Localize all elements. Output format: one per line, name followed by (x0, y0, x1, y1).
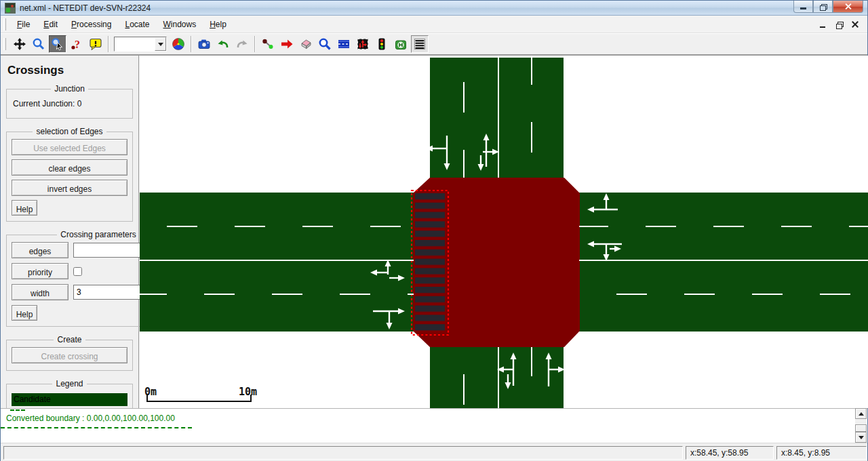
scroll-up-icon (859, 412, 864, 416)
zoom-cursor-icon (51, 37, 64, 51)
zoom-cursor-toggle-button[interactable] (49, 35, 66, 53)
camera-icon (197, 37, 211, 51)
svg-text:?: ? (75, 39, 80, 50)
message-window-button[interactable] (87, 35, 104, 53)
screenshot-button[interactable] (195, 35, 213, 53)
titlebar: net.xml - NETEDIT dev-SVN-r22324 (1, 1, 867, 16)
recenter-view-icon (13, 37, 26, 51)
additional-mode-button[interactable] (392, 35, 410, 53)
app-icon (5, 3, 16, 14)
crossing-zebra[interactable] (415, 193, 445, 333)
current-junction-label: Current Junction: 0 (13, 99, 127, 108)
clear-edges-button[interactable]: clear edges (12, 159, 127, 176)
scale-start-label: 0m (144, 386, 157, 398)
mdi-restore-button[interactable] (832, 18, 846, 31)
statusbar-net-coordinates: x:8.45, y:8.95 (776, 446, 867, 460)
menubar: File Edit Processing Locate Windows Help (1, 16, 867, 33)
create-edge-mode-button[interactable] (259, 35, 277, 53)
toolbar: ? (1, 33, 867, 55)
close-button[interactable] (833, 1, 863, 13)
scroll-thumb[interactable] (855, 424, 867, 432)
minimize-icon (800, 7, 806, 9)
scroll-up-button[interactable] (855, 408, 867, 419)
whats-this-help-button[interactable]: ? (68, 35, 85, 53)
statusbar-geo-coordinates: x:58.45, y:58.95 (686, 446, 774, 460)
width-attribute-button[interactable]: width (12, 284, 68, 300)
traffic-light-icon (375, 37, 389, 51)
north-road[interactable] (430, 58, 564, 178)
color-wheel-icon (172, 37, 185, 51)
combobox-dropdown-button[interactable] (155, 37, 166, 51)
recenter-view-button[interactable] (11, 35, 28, 53)
priority-checkbox[interactable] (73, 267, 82, 276)
question-mark-icon: ? (70, 37, 83, 51)
priority-attribute-button[interactable]: priority (12, 263, 68, 279)
window-title: net.xml - NETEDIT dev-SVN-r22324 (20, 3, 151, 13)
legend-candidate-swatch: Candidate (12, 393, 127, 406)
log-separator (1, 427, 192, 428)
menu-help[interactable]: Help (203, 17, 233, 32)
traffic-light-mode-button[interactable] (373, 35, 391, 53)
menu-file[interactable]: File (10, 17, 37, 32)
use-selected-edges-button[interactable]: Use selected Edges (12, 139, 127, 155)
restore-icon (820, 4, 826, 9)
color-scheme-button[interactable] (170, 35, 187, 53)
undo-arrow-icon (216, 37, 230, 51)
south-road[interactable] (430, 346, 564, 408)
create-edge-icon (261, 37, 275, 51)
toolbar-separator (254, 36, 256, 52)
connect-mode-button[interactable] (354, 35, 372, 53)
create-crossing-button[interactable]: Create crossing (12, 347, 127, 363)
minimize-button[interactable] (793, 1, 813, 13)
east-road[interactable] (579, 193, 868, 332)
network-scene: 0m 10m (140, 56, 868, 408)
create-group: Create Create crossing (6, 335, 133, 371)
zoom-button[interactable] (30, 35, 47, 53)
delete-mode-button[interactable] (297, 35, 315, 53)
redo-button[interactable] (233, 35, 251, 53)
parameters-help-button[interactable]: Help (12, 305, 37, 321)
scale-end-label: 10m (239, 386, 257, 398)
log-message: Converted boundary : 0.00,0.00,100.00,10… (1, 414, 867, 423)
log-separator-fragment (10, 409, 25, 411)
crossing-mode-button[interactable] (411, 35, 429, 53)
application-window: net.xml - NETEDIT dev-SVN-r22324 File Ed… (0, 0, 868, 461)
chevron-down-icon (158, 43, 163, 46)
create-group-title: Create (54, 335, 85, 344)
select-mode-button[interactable] (335, 35, 353, 53)
invert-edges-button[interactable]: invert edges (12, 180, 127, 196)
close-icon (844, 3, 852, 10)
junction-group: Junction Current Junction: 0 (6, 84, 133, 119)
view-preset-combobox[interactable] (114, 37, 167, 52)
inspect-mode-button[interactable] (316, 35, 334, 53)
mdi-restore-icon (836, 22, 842, 28)
log-scrollbar[interactable] (855, 408, 867, 443)
crossings-panel: Crossings Junction Current Junction: 0 s… (1, 56, 139, 408)
scroll-down-button[interactable] (855, 432, 867, 443)
move-arrow-icon (280, 37, 294, 51)
menu-processing[interactable]: Processing (64, 17, 118, 32)
undo-button[interactable] (214, 35, 232, 53)
message-bubble-icon (89, 37, 102, 51)
select-lanes-icon (337, 37, 351, 51)
legend-group-title: Legend (52, 379, 86, 388)
scale-bar: 0m 10m (144, 386, 257, 401)
edges-help-button[interactable]: Help (12, 200, 37, 216)
menu-locate[interactable]: Locate (118, 17, 156, 32)
edges-attribute-button[interactable]: edges (12, 242, 68, 258)
move-mode-button[interactable] (278, 35, 296, 53)
menubar-grip[interactable] (3, 18, 6, 31)
statusbar: x:58.45, y:58.95 x:8.45, y:8.95 (1, 443, 867, 461)
panel-title: Crossings (7, 64, 134, 77)
toolbar-grip[interactable] (3, 38, 6, 50)
zoom-icon (32, 37, 45, 51)
crossing-parameters-title: Crossing parameters (57, 230, 139, 239)
mdi-close-button[interactable] (848, 18, 862, 31)
network-canvas[interactable]: 0m 10m (140, 56, 868, 408)
combobox-value (115, 37, 155, 51)
menu-windows[interactable]: Windows (156, 17, 203, 32)
scroll-down-icon (859, 436, 864, 439)
restore-button[interactable] (813, 1, 833, 13)
menu-edit[interactable]: Edit (37, 17, 64, 32)
mdi-minimize-button[interactable] (816, 18, 829, 31)
